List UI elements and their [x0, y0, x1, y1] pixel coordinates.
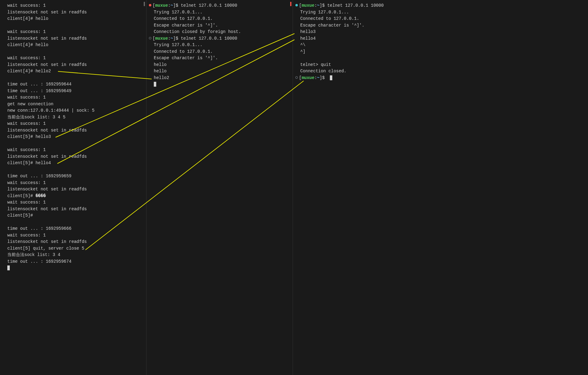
- terminal-line: time out ... : 1692959644: [1, 81, 145, 88]
- terminal-line: listensocket not set in readfds: [1, 153, 145, 160]
- terminal-line: time out ... : 1692959666: [1, 225, 145, 232]
- terminal-line: wait success: 1: [1, 232, 145, 239]
- terminal-line: client[4]# hello2: [1, 68, 145, 75]
- prompt-user: muxue: [155, 3, 168, 8]
- terminal-line: client[5]# ����: [1, 193, 145, 200]
- prompt-path: ~: [317, 3, 319, 8]
- prompt-colon: :: [314, 3, 317, 8]
- prompt-colon: :: [168, 36, 170, 41]
- terminal-line: Escape character is '^]'.: [148, 22, 291, 29]
- prompt-path: ~: [171, 3, 173, 8]
- terminal-line: [muxue:~]$ telnet 127.0.0.1 10000: [148, 2, 291, 9]
- terminal-line: 当前合法sock list: 3 4: [1, 252, 145, 258]
- prompt-colon: :: [314, 75, 317, 80]
- terminal-output-left: wait success: 1listensocket not set in r…: [1, 2, 145, 272]
- terminal-output-middle: [muxue:~]$ telnet 127.0.0.1 10000Trying …: [148, 2, 291, 88]
- terminal-pane-middle[interactable]: [muxue:~]$ telnet 127.0.0.1 10000Trying …: [146, 0, 293, 375]
- terminal-line: time out ... : 1692959659: [1, 173, 145, 180]
- terminal-line: [muxue:~]$ telnet 127.0.0.1 10000: [148, 35, 291, 42]
- terminal-line: Connection closed.: [294, 68, 438, 75]
- terminal-line: [294, 55, 438, 62]
- terminal-line: wait success: 1: [1, 55, 145, 62]
- terminal-line: time out ... : 1692959674: [1, 258, 145, 265]
- terminal-line: [1, 140, 145, 147]
- terminal-line: wait success: 1: [1, 2, 145, 9]
- terminal-line: [1, 22, 145, 29]
- terminal-line: Trying 127.0.0.1...: [294, 9, 438, 16]
- terminal-line: Trying 127.0.0.1...: [148, 42, 291, 49]
- terminal-line: client[5]# hello4: [1, 160, 145, 167]
- terminal-line: hello: [148, 62, 291, 68]
- terminal-line: client[5]# hello3: [1, 134, 145, 140]
- terminal-line: 当前合法sock list: 3 4 5: [1, 114, 145, 121]
- prompt-close-bracket: ]: [173, 36, 175, 41]
- prompt-colon: :: [168, 3, 170, 8]
- prompt-user: muxue: [301, 75, 314, 80]
- terminal-output-right: [muxue:~]$ telnet 127.0.0.1 10000Trying …: [294, 2, 438, 81]
- prompt-path: ~: [317, 75, 319, 80]
- terminal-line: Escape character is '^]'.: [294, 22, 438, 29]
- pane-indicator-red-icon: [290, 2, 291, 6]
- prompt-path: ~: [171, 36, 173, 41]
- terminal-line: listensocket not set in readfds: [1, 206, 145, 213]
- prompt-close-bracket: ]: [319, 3, 322, 8]
- command-text: telnet 127.0.0.1 10000: [181, 36, 237, 41]
- terminal-line: Connection closed by foreign host.: [148, 29, 291, 35]
- prompt-user: muxue: [155, 36, 168, 41]
- terminal-line: [1, 265, 145, 272]
- terminal-line: hello4: [294, 35, 438, 42]
- command-text: telnet 127.0.0.1 10000: [327, 3, 384, 8]
- terminal-line: [1, 49, 145, 55]
- terminal-line: hello3: [294, 29, 438, 35]
- terminal-line: ^\: [294, 42, 438, 49]
- cursor-icon: [154, 82, 156, 87]
- terminal-line: [1, 75, 145, 81]
- status-dot-icon: [295, 76, 298, 79]
- terminal-line: wait success: 1: [1, 94, 145, 101]
- status-dot-icon: [295, 4, 298, 6]
- pane-indicator-icon: [144, 2, 145, 6]
- terminal-line: Escape character is '^]'.: [148, 55, 291, 62]
- terminal-pane-right[interactable]: [muxue:~]$ telnet 127.0.0.1 10000Trying …: [293, 0, 439, 375]
- terminal-line: wait success: 1: [1, 29, 145, 35]
- terminal-line: client[4]# hello: [1, 16, 145, 22]
- terminal-line: telnet> quit: [294, 62, 438, 68]
- prompt-dollar: $: [322, 75, 327, 80]
- prompt-dollar: $: [176, 36, 181, 41]
- terminal-line: [1, 219, 145, 226]
- terminal-line: [1, 167, 145, 173]
- terminal-line: listensocket not set in readfds: [1, 35, 145, 42]
- terminal-line: listensocket not set in readfds: [1, 9, 145, 16]
- terminal-line: hello: [148, 68, 291, 75]
- terminal-line: Connected to 127.0.0.1.: [148, 16, 291, 22]
- terminal-line: listensocket not set in readfds: [1, 239, 145, 245]
- terminal-line: ^]: [294, 49, 438, 55]
- terminal-line: listensocket not set in readfds: [1, 127, 145, 134]
- terminal-line: client[4]# hello: [1, 42, 145, 49]
- terminal-line: Connected to 127.0.0.1.: [294, 16, 438, 22]
- cursor-icon: [330, 75, 332, 80]
- terminal-line: hello2: [148, 75, 291, 81]
- terminal-line: wait success: 1: [1, 121, 145, 127]
- prompt-close-bracket: ]: [319, 75, 322, 80]
- terminal-line: [148, 81, 291, 88]
- terminal-line: listensocket not set in readfds: [1, 62, 145, 68]
- command-text: telnet 127.0.0.1 10000: [181, 3, 237, 8]
- terminal-line: client[5]#: [1, 212, 145, 219]
- cursor-icon: [7, 265, 10, 270]
- terminal-line: listensocket not set in readfds: [1, 186, 145, 193]
- prompt-dollar: $: [176, 3, 181, 8]
- terminal-pane-left[interactable]: wait success: 1listensocket not set in r…: [0, 0, 146, 375]
- terminal-line: Connected to 127.0.0.1.: [148, 49, 291, 55]
- prompt-user: muxue: [301, 3, 314, 8]
- terminal-container: wait success: 1listensocket not set in r…: [0, 0, 588, 375]
- prompt-close-bracket: ]: [173, 3, 175, 8]
- terminal-line: [muxue:~]$: [294, 75, 438, 81]
- terminal-line: wait success: 1: [1, 199, 145, 206]
- status-dot-icon: [149, 37, 151, 39]
- status-dot-icon: [149, 4, 151, 6]
- terminal-line: wait success: 1: [1, 180, 145, 186]
- terminal-line: [muxue:~]$ telnet 127.0.0.1 10000: [294, 2, 438, 9]
- terminal-line: time out ... : 1692959649: [1, 88, 145, 95]
- terminal-line: get new connection: [1, 101, 145, 108]
